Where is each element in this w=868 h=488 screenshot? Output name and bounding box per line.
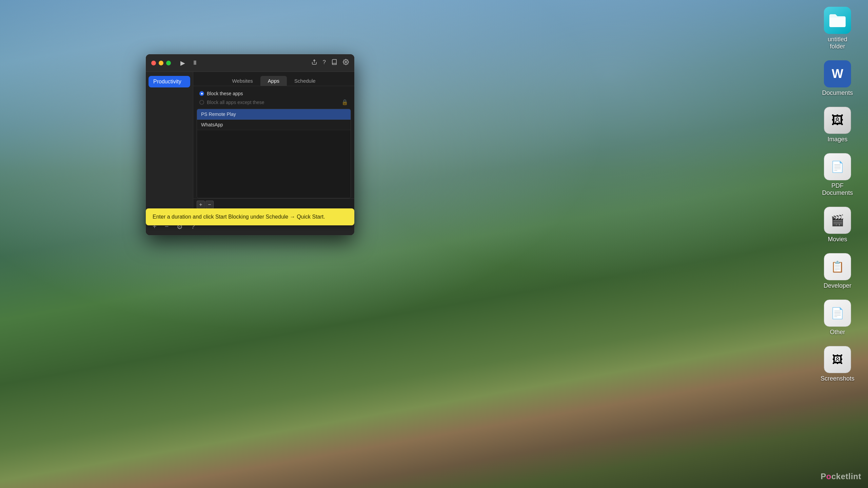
tab-schedule[interactable]: Schedule [287, 76, 323, 86]
title-bar: ▶ ⏸ ? [146, 54, 354, 72]
radio-section: Block these apps Block all apps except t… [193, 86, 354, 109]
desktop-icon-screenshots[interactable]: 🖼 Screenshots [821, 346, 854, 382]
desktop-icon-untitled-folder[interactable]: untitled folder [821, 7, 854, 50]
icon-label-other: Other [830, 329, 845, 336]
focus-app-window: ▶ ⏸ ? [146, 54, 354, 235]
main-panel: Websites Apps Schedule Block these apps … [193, 72, 354, 218]
radio-row-block-all-except: Block all apps except these 🔒 [199, 99, 348, 105]
app-list: PS Remote Play WhatsApp [197, 109, 351, 198]
screenshots-icon: 🖼 [824, 346, 851, 373]
radio-block-all-except[interactable] [199, 100, 204, 105]
radio-label-block-all-except: Block all apps except these [207, 100, 264, 105]
desktop-icon-pdf[interactable]: 📄 PDF Documents [821, 153, 854, 197]
window-body: Productivity Websites Apps Schedule Bloc… [146, 72, 354, 218]
share-icon[interactable] [311, 59, 317, 67]
sidebar-item-productivity[interactable]: Productivity [149, 76, 190, 87]
icon-label-movies: Movies [828, 236, 847, 243]
close-button[interactable] [151, 61, 156, 65]
title-bar-actions: ▶ ⏸ [180, 59, 198, 67]
watermark: Pocketlint [821, 472, 861, 481]
radio-block-these[interactable] [199, 91, 204, 96]
maximize-button[interactable] [166, 61, 171, 65]
icon-label-untitled-folder: untitled folder [821, 36, 854, 50]
title-bar-right: ? [311, 59, 349, 67]
tab-websites[interactable]: Websites [224, 76, 260, 86]
desktop-background [0, 0, 868, 488]
desktop-icon-documents[interactable]: W Documents [821, 60, 854, 97]
pdf-icon: 📄 [824, 153, 851, 180]
window-controls [151, 61, 171, 65]
movies-icon: 🎬 [824, 207, 851, 234]
settings-icon[interactable] [343, 59, 349, 67]
app-list-item-whatsapp[interactable]: WhatsApp [197, 120, 351, 130]
app-list-item-ps-remote-play[interactable]: PS Remote Play [197, 109, 351, 120]
watermark-suffix: cketlint [831, 472, 861, 481]
notification-banner: Enter a duration and click Start Blockin… [146, 208, 354, 225]
remove-app-button[interactable]: − [205, 201, 214, 209]
tabs-bar: Websites Apps Schedule [193, 72, 354, 86]
tab-apps[interactable]: Apps [260, 76, 287, 86]
desktop-icon-developer[interactable]: 📋 Developer [821, 253, 854, 289]
watermark-prefix: P [821, 472, 826, 481]
minimize-button[interactable] [159, 61, 163, 65]
help-icon[interactable]: ? [323, 59, 326, 67]
notification-text: Enter a duration and click Start Blockin… [153, 214, 325, 220]
icon-label-screenshots: Screenshots [821, 375, 854, 382]
radio-label-block-these: Block these apps [207, 91, 243, 96]
icon-label-images: Images [827, 136, 847, 143]
book-icon[interactable] [331, 59, 337, 67]
desktop-icon-images[interactable]: 🖼 Images [821, 107, 854, 143]
radio-row-block-these: Block these apps [199, 91, 348, 96]
play-icon[interactable]: ▶ [180, 59, 185, 67]
desktop-icon-other[interactable]: 📄 Other [821, 300, 854, 336]
word-icon: W [824, 60, 851, 87]
sidebar: Productivity [146, 72, 193, 218]
icon-label-pdf: PDF Documents [821, 182, 854, 197]
folder-icon [824, 7, 851, 34]
images-icon: 🖼 [824, 107, 851, 134]
developer-icon: 📋 [824, 253, 851, 280]
pause-icon[interactable]: ⏸ [192, 59, 198, 67]
lock-icon: 🔒 [341, 99, 348, 105]
icon-label-developer: Developer [824, 282, 851, 289]
app-list-empty-area [197, 130, 351, 198]
add-app-button[interactable]: + [197, 201, 205, 209]
watermark-accent: o [826, 472, 831, 481]
other-icon: 📄 [824, 300, 851, 327]
icon-label-documents: Documents [822, 89, 853, 97]
desktop-icons: untitled folder W Documents 🖼 Images 📄 P… [821, 7, 854, 382]
desktop-icon-movies[interactable]: 🎬 Movies [821, 207, 854, 243]
